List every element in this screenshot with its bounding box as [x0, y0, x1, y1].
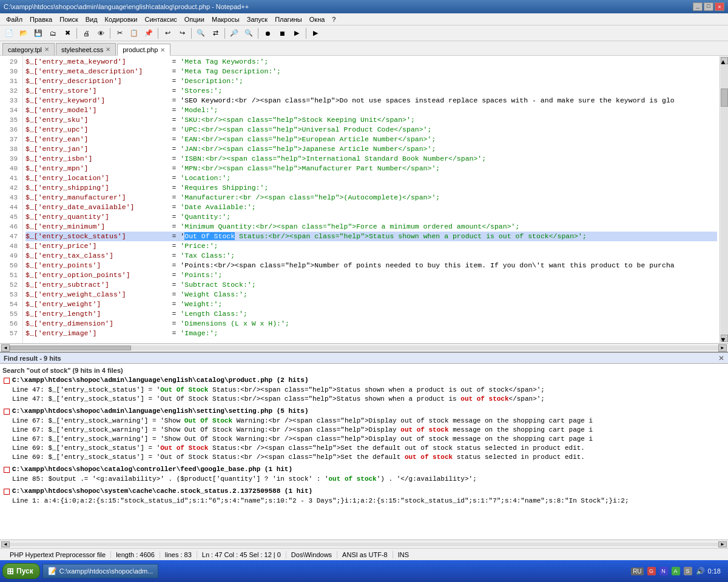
tab-stylesheet[interactable]: stylesheet.css ✕	[56, 43, 116, 55]
line-number: 51	[2, 270, 20, 280]
find-result-line[interactable]: Line 69: $_['entry_stock_status'] = 'Out…	[2, 444, 726, 453]
close-button[interactable]: ✖	[61, 27, 74, 39]
find-file-header[interactable]: C:\xampp\htdocs\shopoc\admin\language\en…	[2, 375, 726, 386]
close-button[interactable]: ✕	[715, 2, 724, 11]
line-number: 56	[2, 319, 20, 329]
new-button[interactable]: 📄	[2, 27, 16, 39]
find-file-header[interactable]: C:\xampp\htdocs\shopoc\admin\language\en…	[2, 406, 726, 416]
zoom-in-button[interactable]: 🔎	[228, 27, 241, 39]
zoom-out-button[interactable]: 🔍	[242, 27, 255, 39]
macro-play[interactable]: ▶	[290, 27, 303, 39]
toolbar-sep-4	[191, 28, 192, 39]
code-line: $_['entry_stock_status'] = 'Out Of Stock…	[25, 232, 717, 241]
line-number: 31	[2, 76, 20, 86]
taskbar-app-notepad[interactable]: 📝 C:\xampp\htdocs\shopoc\adm...	[42, 564, 159, 578]
find-scroll-right[interactable]: ▶	[718, 541, 727, 547]
find-result-section: C:\xampp\htdocs\shopoc\catalog\controlle…	[2, 464, 726, 484]
tab-stylesheet-close[interactable]: ✕	[106, 46, 110, 53]
find-panel-title: Find result - 9 hits	[4, 355, 61, 362]
redo-button[interactable]: ↪	[175, 27, 189, 39]
code-line: $_['entry_sku'] = 'SKU:<br/><span class=…	[25, 115, 717, 125]
menu-windows[interactable]: Окна	[306, 15, 329, 24]
menu-search[interactable]: Поиск	[56, 15, 81, 24]
line-number: 50	[2, 261, 20, 270]
find-panel-close[interactable]: ✕	[718, 354, 724, 363]
scroll-track[interactable]	[721, 64, 728, 335]
code-line: $_['entry_subtract'] = 'Subtract Stock:'…	[25, 280, 717, 290]
menu-file[interactable]: Файл	[2, 15, 26, 24]
macro-stop[interactable]: ⏹	[275, 27, 289, 39]
menu-macros[interactable]: Макросы	[208, 15, 243, 24]
find-result-line[interactable]: Line 47: $_['entry_stock_status'] = 'Out…	[2, 386, 726, 395]
save-button[interactable]: 💾	[32, 27, 45, 39]
save-all-button[interactable]: 🗂	[46, 27, 59, 39]
volume-icon[interactable]: 🔊	[696, 567, 704, 575]
scroll-down-btn[interactable]: ▼	[721, 335, 728, 342]
run-button[interactable]: ▶	[309, 27, 322, 39]
find-file-header[interactable]: C:\xampp\htdocs\shopoc\catalog\controlle…	[2, 464, 726, 475]
find-result-line[interactable]: Line 69: $_['entry_stock_status'] = 'Out…	[2, 453, 726, 462]
tab-product-close[interactable]: ✕	[160, 47, 165, 53]
open-button[interactable]: 📂	[17, 27, 30, 39]
sys-tray: RU G N A S 🔊 0:18	[626, 567, 726, 575]
line-number: 46	[2, 222, 20, 232]
tab-category-label: category.tpl	[8, 46, 42, 53]
replace-button[interactable]: ⇄	[209, 27, 222, 39]
find-panel: Find result - 9 hits ✕ Search "out of st…	[0, 352, 728, 540]
main-content: 2930313233343536373839404142434445464748…	[0, 56, 728, 548]
print-preview-button[interactable]: 👁	[94, 27, 107, 39]
find-result-line[interactable]: Line 1: a:4:{i:0;a:2:{s:15:"stock_status…	[2, 497, 726, 506]
h-scroll-track[interactable]	[10, 346, 718, 350]
find-scroll-left[interactable]: ◀	[1, 541, 10, 547]
print-button[interactable]: 🖨	[79, 27, 93, 39]
h-scrollbar[interactable]: ◀ ▶	[0, 343, 728, 352]
tab-product[interactable]: product.php ✕	[117, 44, 170, 56]
menu-encoding[interactable]: Кодировки	[101, 15, 141, 24]
menu-view[interactable]: Вид	[82, 15, 101, 24]
find-h-track[interactable]	[10, 543, 718, 546]
taskbar-items: 📝 C:\xampp\htdocs\shopoc\adm...	[40, 564, 626, 578]
find-button[interactable]: 🔍	[194, 27, 207, 39]
tab-category-close[interactable]: ✕	[44, 46, 49, 53]
find-result-line[interactable]: Line 67: $_['entry_stock_warning'] = 'Sh…	[2, 435, 726, 444]
title-bar: C:\xampp\htdocs\shopoc\admin\language\en…	[0, 0, 728, 13]
find-result-line[interactable]: Line 85: $output .= '<g:availability>' .…	[2, 475, 726, 484]
h-scroll-thumb[interactable]	[10, 346, 131, 350]
tab-category[interactable]: category.tpl ✕	[2, 43, 55, 55]
status-filetype: PHP Hypertext Preprocessor file	[5, 551, 111, 558]
minimize-button[interactable]: _	[693, 2, 703, 11]
code-editor[interactable]: 2930313233343536373839404142434445464748…	[0, 56, 728, 343]
line-number: 53	[2, 290, 20, 299]
start-button[interactable]: ⊞ Пуск	[2, 563, 40, 579]
find-file-header[interactable]: C:\xampp\htdocs\shopoc\system\cache\cach…	[2, 486, 726, 497]
line-number: 52	[2, 280, 20, 290]
menu-syntax[interactable]: Синтаксис	[141, 15, 181, 24]
scroll-thumb[interactable]	[721, 89, 728, 107]
menu-options[interactable]: Опции	[181, 15, 208, 24]
macro-record[interactable]: ⏺	[261, 27, 274, 39]
scroll-right-btn[interactable]: ▶	[718, 344, 727, 352]
line-number: 33	[2, 96, 20, 105]
scroll-up-btn[interactable]: ▲	[721, 57, 728, 64]
code-content[interactable]: $_['entry_meta_keyword'] = 'Meta Tag Key…	[23, 56, 720, 343]
find-result-line[interactable]: Line 67: $_['entry_stock_warning'] = 'Sh…	[2, 416, 726, 426]
menu-run[interactable]: Запуск	[243, 15, 271, 24]
scroll-left-btn[interactable]: ◀	[1, 344, 10, 352]
find-panel-content[interactable]: Search "out of stock" (9 hits in 4 files…	[0, 364, 728, 540]
line-number: 45	[2, 212, 20, 222]
find-h-scrollbar[interactable]: ◀ ▶	[0, 540, 728, 548]
status-length: length : 4606	[111, 551, 160, 558]
find-result-line[interactable]: Line 47: $_['entry_stock_status'] = 'Out…	[2, 395, 726, 404]
code-line: $_['entry_weight'] = 'Weight:';	[25, 299, 717, 309]
v-scrollbar[interactable]: ▲ ▼	[720, 56, 728, 343]
menu-plugins[interactable]: Плагины	[271, 15, 306, 24]
tab-stylesheet-label: stylesheet.css	[61, 46, 103, 53]
menu-edit[interactable]: Правка	[26, 15, 56, 24]
cut-button[interactable]: ✂	[113, 27, 126, 39]
maximize-button[interactable]: □	[704, 2, 713, 11]
paste-button[interactable]: 📌	[142, 27, 155, 39]
find-result-line[interactable]: Line 67: $_['entry_stock_warning'] = 'Sh…	[2, 426, 726, 435]
copy-button[interactable]: 📋	[127, 27, 141, 39]
menu-help[interactable]: ?	[328, 15, 339, 24]
undo-button[interactable]: ↩	[161, 27, 174, 39]
